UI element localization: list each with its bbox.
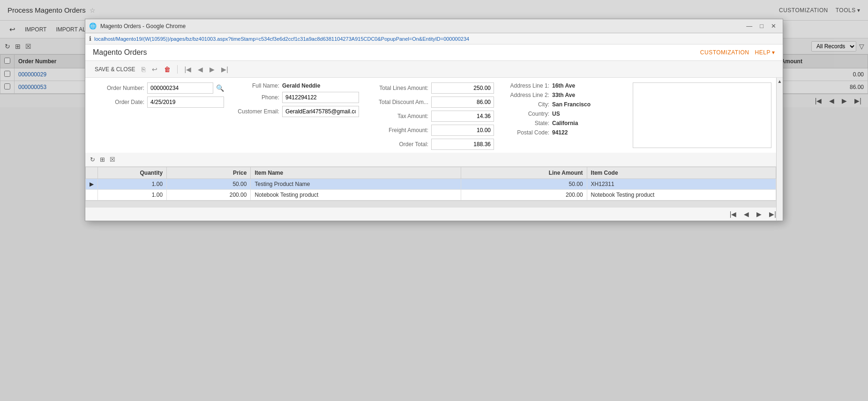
order-date-row: Order Date: [93,97,224,107]
full-name-label: Full Name: [228,82,279,89]
order-number-input[interactable] [147,82,213,94]
total-lines-row: Total Lines Amount: [363,82,494,94]
modal-toolbar: SAVE & CLOSE ⎘ ↩ 🗑 |◀ ◀ ▶ ▶| [85,61,783,78]
addr-line2-row: Address Line 2: 33th Ave [498,92,629,98]
modal-titlebar-left: 🌐 Magento Orders - Google Chrome [89,22,186,30]
addr-line2-value: 33th Ave [552,92,575,98]
modal-header-right: CUSTOMIZATION HELP ▾ [700,49,775,56]
modal-body: ▲ Order Number: 🔍 Order Date: [85,78,783,107]
close-button[interactable]: ✕ [768,22,779,30]
delete-icon: 🗑 [164,66,171,73]
order-number-label: Order Number: [93,85,144,91]
form-col4: Address Line 1: 16th Ave Address Line 2:… [498,82,629,107]
addr-line1-row: Address Line 1: 16th Ave [498,82,629,89]
form-col1: Order Number: 🔍 Order Date: [93,82,224,107]
modal-help-button[interactable]: HELP ▾ [755,49,775,56]
minimize-button[interactable]: — [743,22,755,30]
addr-line1-value: 16th Ave [552,82,575,89]
save-close-button[interactable]: SAVE & CLOSE [93,65,137,74]
city-value: San Francisco [552,101,591,107]
form-col2: Full Name: Gerald Neddie Phone: Customer… [228,82,359,107]
scroll-up-button[interactable]: ▲ [778,79,782,84]
addr-line1-label: Address Line 1: [498,82,549,89]
modal-customization-button[interactable]: CUSTOMIZATION [700,49,749,56]
prev-icon: ◀ [198,66,203,73]
customer-email-input[interactable] [282,106,359,107]
prev-record-button[interactable]: ◀ [196,65,205,74]
total-discount-input[interactable] [431,97,494,107]
info-icon: ℹ [89,35,91,42]
addr-line2-label: Address Line 2: [498,92,549,98]
modal-overlay: 🌐 Magento Orders - Google Chrome — □ ✕ ℹ… [0,0,868,107]
copy-icon: ⎘ [142,66,145,73]
next-record-button[interactable]: ▶ [208,65,217,74]
order-number-row: Order Number: 🔍 [93,82,224,94]
modal-titlebar-right: — □ ✕ [743,22,779,30]
phone-row: Phone: [228,92,359,103]
scroll-bar-right: ▲ [776,78,783,107]
total-lines-input[interactable] [431,82,494,94]
notes-textarea[interactable] [633,82,771,107]
first-record-button[interactable]: |◀ [182,65,193,74]
order-date-label: Order Date: [93,99,144,105]
customer-email-row: Customer Email: [228,106,359,107]
form-col3: Total Lines Amount: Total Discount Am...… [363,82,494,107]
phone-label: Phone: [228,94,279,101]
first-icon: |◀ [184,66,191,73]
toolbar-divider [177,65,178,74]
total-discount-row: Total Discount Am... [363,97,494,107]
modal-delete-button[interactable]: 🗑 [162,65,172,74]
modal-titlebar-title: Magento Orders - Google Chrome [100,23,186,30]
maximize-button[interactable]: □ [757,22,766,30]
last-icon: ▶| [221,66,228,73]
phone-input[interactable] [282,92,359,103]
modal-title: Magento Orders [93,48,147,57]
form-area: Order Number: 🔍 Order Date: Full Name: G… [85,78,783,107]
total-lines-label: Total Lines Amount: [363,85,428,91]
search-icon[interactable]: 🔍 [216,84,224,92]
save-close-label: SAVE & CLOSE [95,66,135,73]
modal-titlebar: 🌐 Magento Orders - Google Chrome — □ ✕ [85,19,783,33]
full-name-row: Full Name: Gerald Neddie [228,82,359,89]
browser-icon: 🌐 [89,22,97,30]
modal-copy-button[interactable]: ⎘ [140,65,147,74]
form-col5 [633,82,771,107]
total-discount-label: Total Discount Am... [363,99,428,105]
modal-undo-icon: ↩ [152,66,157,73]
city-row: City: San Francisco [498,101,629,107]
full-name-value: Gerald Neddie [282,82,320,89]
city-label: City: [498,101,549,107]
modal-undo-button[interactable]: ↩ [150,65,159,74]
modal-header: Magento Orders CUSTOMIZATION HELP ▾ [85,45,783,61]
modal-window: 🌐 Magento Orders - Google Chrome — □ ✕ ℹ… [85,19,783,107]
order-date-input[interactable] [147,97,224,107]
next-icon: ▶ [210,66,215,73]
modal-url: localhost/Magento19/(W(10595))/pages/bz/… [94,36,469,42]
modal-addressbar: ℹ localhost/Magento19/(W(10595))/pages/b… [85,33,783,45]
last-record-button[interactable]: ▶| [219,65,230,74]
